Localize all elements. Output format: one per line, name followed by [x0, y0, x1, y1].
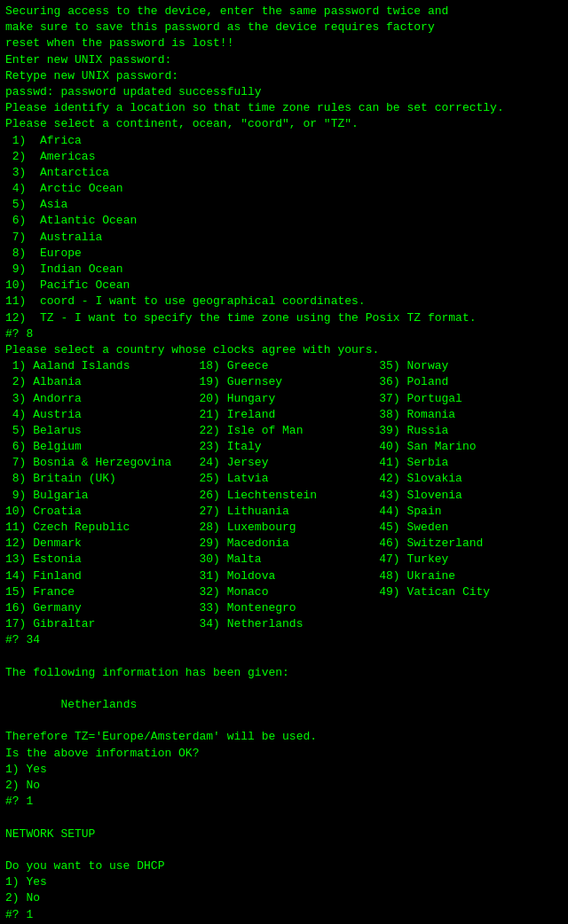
terminal-output: Securing access to the device, enter the…	[5, 4, 563, 924]
